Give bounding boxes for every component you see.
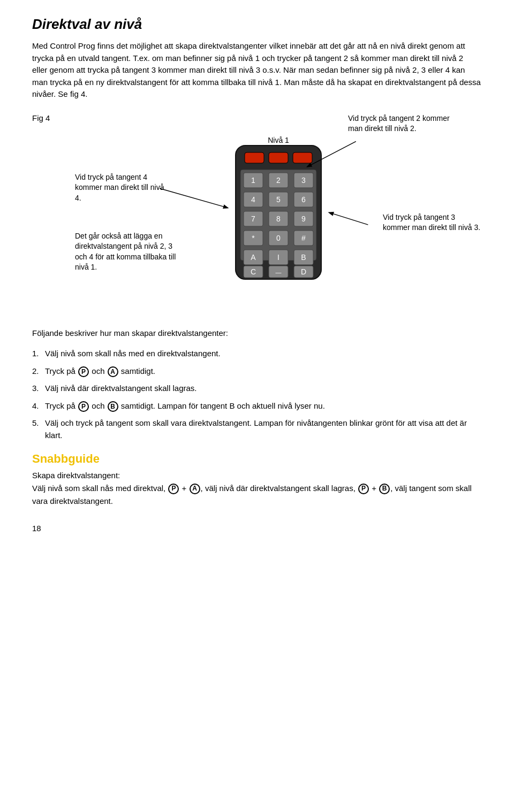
snabbguide-subtitle: Skapa direktvalstangent: <box>32 471 120 480</box>
svg-line-43 <box>329 212 368 225</box>
callout-left: Vid tryck på tangent 4 kommer man direkt… <box>75 172 169 204</box>
list-item-3: 3. Välj nivå där direktvalstangent skall… <box>32 382 482 395</box>
svg-text:C: C <box>251 267 256 276</box>
callout-right: Vid tryck på tangent 3 kommer man direkt… <box>383 212 482 233</box>
svg-text:B: B <box>301 253 306 262</box>
list-item-2: 2. Tryck på P och A samtidigt. <box>32 365 482 378</box>
svg-text:*: * <box>252 234 255 242</box>
svg-text:0: 0 <box>276 234 281 242</box>
list-num-4: 4. <box>32 400 45 412</box>
svg-text:3: 3 <box>301 176 306 185</box>
fig-label: Fig 4 <box>32 113 75 122</box>
list-num-2: 2. <box>32 365 45 378</box>
fig-diagram: Vid tryck på tangent 2 kommer man direkt… <box>75 113 482 317</box>
fig-section: Fig 4 Vid tryck på tangent 2 kommer man … <box>32 113 482 317</box>
list-text-5: Välj och tryck på tangent som skall vara… <box>45 417 482 441</box>
list-text-2: Tryck på P och A samtidigt. <box>45 365 482 378</box>
svg-text:6: 6 <box>301 195 306 204</box>
list-item-4: 4. Tryck på P och B samtidigt. Lampan fö… <box>32 400 482 412</box>
snabbguide-title: Snabbguide <box>32 452 482 466</box>
snabbguide-section: Snabbguide Skapa direktvalstangent: Välj… <box>32 452 482 508</box>
svg-text:I: I <box>277 253 279 262</box>
svg-text:A: A <box>251 253 256 262</box>
svg-text:1: 1 <box>251 176 255 185</box>
circle-p-sg2: P <box>358 484 369 494</box>
list-text-4: Tryck på P och B samtidigt. Lampan för t… <box>45 400 482 412</box>
list-item-1: 1. Välj nivå som skall nås med en direkt… <box>32 348 482 360</box>
keypad: 1 2 3 4 5 6 7 8 9 * <box>233 143 324 284</box>
svg-rect-1 <box>245 152 264 163</box>
svg-text:4: 4 <box>251 195 255 204</box>
circle-a: A <box>108 366 118 377</box>
circle-a-sg: A <box>190 484 200 494</box>
list-num-1: 1. <box>32 348 45 360</box>
svg-text:—: — <box>276 269 282 275</box>
svg-text:2: 2 <box>276 176 281 185</box>
svg-rect-3 <box>293 152 312 163</box>
svg-text:D: D <box>301 267 306 276</box>
list-num-5: 5. <box>32 417 45 441</box>
circle-b-sg: B <box>379 484 390 494</box>
list-section: 1. Välj nivå som skall nås med en direkt… <box>32 348 482 441</box>
circle-p-1: P <box>78 366 89 377</box>
svg-text:9: 9 <box>301 215 306 223</box>
page-number: 18 <box>32 524 482 533</box>
page-title: Direktval av nivå <box>32 16 482 33</box>
circle-p-sg1: P <box>168 484 179 494</box>
list-num-3: 3. <box>32 382 45 395</box>
callout-top: Vid tryck på tangent 2 kommer man direkt… <box>348 113 460 134</box>
list-text-1: Välj nivå som skall nås med en direktval… <box>45 348 482 360</box>
list-text-3: Välj nivå där direktvalstangent skall la… <box>45 382 482 395</box>
svg-line-42 <box>160 188 228 208</box>
svg-text:7: 7 <box>251 215 255 223</box>
intro-paragraph: Med Control Prog finns det möjlighet att… <box>32 40 482 101</box>
svg-text:8: 8 <box>276 215 281 223</box>
circle-p-2: P <box>78 401 89 412</box>
svg-rect-2 <box>269 152 288 163</box>
following-text: Följande beskriver hur man skapar direkt… <box>32 327 482 340</box>
svg-text:5: 5 <box>276 195 281 204</box>
svg-text:#: # <box>301 234 306 242</box>
list-item-5: 5. Välj och tryck på tangent som skall v… <box>32 417 482 441</box>
circle-b: B <box>108 401 118 412</box>
callout-left2: Det går också att lägga en direktvalstan… <box>75 231 185 273</box>
snabbguide-text: Skapa direktvalstangent: Välj nivå som s… <box>32 469 482 508</box>
